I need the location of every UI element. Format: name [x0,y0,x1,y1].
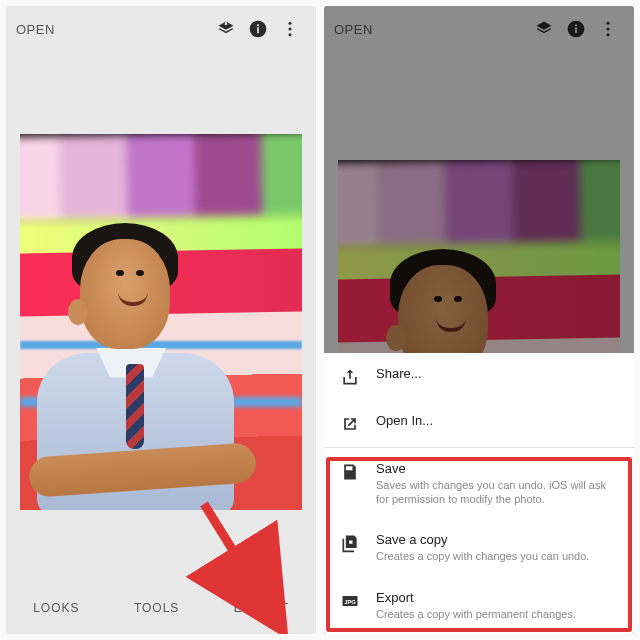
sheet-save[interactable]: Save Saves with changes you can undo. iO… [324,448,634,520]
svg-point-3 [289,22,292,25]
sheet-item-sub: Creates a copy with permanent changes. [376,607,576,621]
photo-canvas[interactable] [6,52,316,582]
sheet-export[interactable]: JPG Export Creates a copy with permanent… [324,577,634,634]
edited-photo [20,134,302,510]
tab-looks[interactable]: LOOKS [33,601,79,615]
bottom-tabs: LOOKS TOOLS EXPORT [6,582,316,634]
phone-left: OPEN LOOKS [6,6,316,634]
svg-point-4 [289,28,292,31]
svg-text:JPG: JPG [344,598,356,604]
sheet-item-title: Share... [376,366,422,381]
sheet-item-title: Save [376,461,618,476]
sheet-item-title: Export [376,590,576,605]
phone-right: OPEN [324,6,634,634]
svg-point-2 [257,24,259,26]
svg-point-5 [289,33,292,36]
sheet-share[interactable]: Share... [324,353,634,400]
tab-tools[interactable]: TOOLS [134,601,179,615]
sheet-open-in[interactable]: Open In... [324,400,634,447]
sheet-item-sub: Saves with changes you can undo. iOS wil… [376,478,618,507]
sheet-item-sub: Creates a copy with changes you can undo… [376,549,589,563]
save-copy-icon [340,533,360,553]
top-bar: OPEN [6,6,316,52]
sheet-save-copy[interactable]: Save a copy Creates a copy with changes … [324,519,634,576]
sheet-item-title: Open In... [376,413,433,428]
layers-icon[interactable] [210,13,242,45]
jpg-icon: JPG [340,591,360,611]
export-sheet: Share... Open In... Save Saves with chan… [324,353,634,634]
more-icon[interactable] [274,13,306,45]
open-button[interactable]: OPEN [16,22,55,37]
svg-rect-1 [257,27,259,33]
share-icon [340,367,360,387]
open-in-icon [340,414,360,434]
info-icon[interactable] [242,13,274,45]
save-icon [340,462,360,482]
tab-export[interactable]: EXPORT [234,601,289,615]
sheet-item-title: Save a copy [376,532,589,547]
